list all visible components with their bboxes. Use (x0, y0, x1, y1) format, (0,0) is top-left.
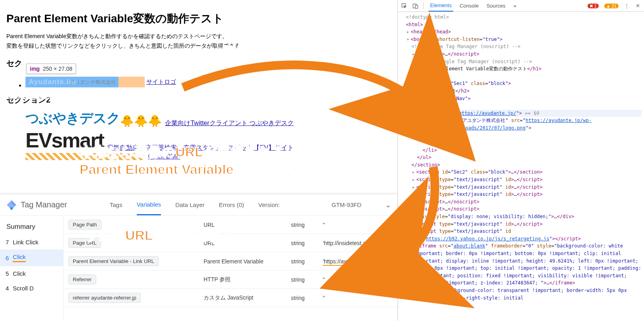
devtools-tab-sources[interactable]: Sources (485, 0, 507, 11)
kebab-icon[interactable]: ⋮ (623, 3, 630, 9)
devtools-tab-console[interactable]: Console (458, 0, 480, 11)
inspect-tooltip: img 250 × 27.08 (26, 64, 76, 74)
page-title: Parent Element Variable変数の動作テスト (6, 11, 391, 26)
chevron-down-icon[interactable]: ⌄ (385, 201, 391, 209)
svg-rect-5 (415, 5, 418, 8)
devtools-toolbar: Elements Console Sources » ✖ 1 ▲ 21 ⋮ ✕ (398, 0, 644, 12)
svg-point-2 (10, 207, 13, 210)
gtm-event-item[interactable]: 5Click (0, 266, 63, 281)
dom-tree[interactable]: <!doctype html> <html> ▸<head>…</head> ▾… (398, 12, 644, 321)
tab-errors[interactable]: Errors (0) (219, 195, 244, 215)
devtools-tab-more[interactable]: » (512, 0, 518, 11)
quickdmp-logo (25, 153, 145, 160)
sitelogo-link[interactable]: サイトロゴ (146, 78, 176, 86)
logo-image[interactable]: Ayudante.Inc アユダンテ株式会社 (25, 77, 145, 87)
gtm-event-item[interactable]: 6Click (0, 249, 63, 266)
device-icon[interactable] (412, 3, 419, 9)
page-desc: Parent Element Variable変数がきちんと動作するかを確認する… (6, 32, 391, 51)
table-row[interactable]: referrer ayudante-referrer.jpカスタム JavaSc… (64, 289, 398, 307)
gtm-logo: Tag Manager (6, 200, 110, 210)
tab-tags[interactable]: Tags (110, 195, 122, 215)
selected-node[interactable]: ▾<a href="https://ayudante.jp/"> == $0 (400, 110, 642, 117)
list-item: Ayudante.Inc アユダンテ株式会社 サイトロゴ (25, 77, 391, 87)
link-tsubuyaki[interactable]: 企業向けTwitterクライアント つぶやきデスク (165, 119, 294, 128)
summary-heading[interactable]: Summary (0, 219, 63, 235)
gtm-event-item[interactable]: 7Link Click (0, 235, 63, 249)
gtm-event-list: Summary 7Link Click6Click5Click4Scroll D (0, 216, 64, 321)
page-left: Parent Element Variable変数の動作テスト Parent E… (0, 0, 398, 321)
gtm-debug-panel: Tag Manager Tags Variables Data Layer Er… (0, 194, 398, 321)
tagmanager-icon (6, 200, 17, 210)
devtools-panel: Elements Console Sources » ✖ 1 ▲ 21 ⋮ ✕ … (398, 0, 644, 321)
link-evsmart[interactable]: 電気自動車の充電器検索、充電スタンド・スポット【EV】サイト (107, 144, 293, 152)
table-row[interactable]: Page PathURLstring'' (64, 216, 398, 234)
variables-table: Page PathURLstring''Page URLURLstring'ht… (64, 216, 398, 307)
close-icon[interactable]: ✕ (634, 3, 641, 9)
devtools-tab-elements[interactable]: Elements (429, 0, 453, 12)
tab-variables[interactable]: Variables (137, 195, 161, 215)
link-quickdmp[interactable]: Quick DMP (148, 153, 180, 160)
inspect-icon[interactable] (401, 3, 407, 9)
tab-datalayer[interactable]: Data Layer (175, 195, 204, 215)
gtm-event-item[interactable]: 4Scroll D (0, 281, 63, 296)
evsmart-logo: EVsmart (25, 128, 104, 152)
table-row[interactable]: ReferrerHTTP 参照string'' (64, 271, 398, 289)
gtm-container-id: GTM-93FD (332, 201, 361, 208)
tsubuyaki-logo: つぶやきデスク (25, 109, 120, 128)
tab-version: Version: (258, 195, 280, 215)
table-row[interactable]: Parent Element Variable - Link URLParent… (64, 252, 398, 271)
warning-badge[interactable]: ▲ 21 (604, 3, 619, 9)
table-row[interactable]: Page URLURLstring'http://insidetest.ayud… (64, 234, 398, 252)
gtm-tabs: Tags Variables Data Layer Errors (0) Ver… (110, 195, 280, 215)
error-badge[interactable]: ✖ 1 (588, 3, 599, 9)
